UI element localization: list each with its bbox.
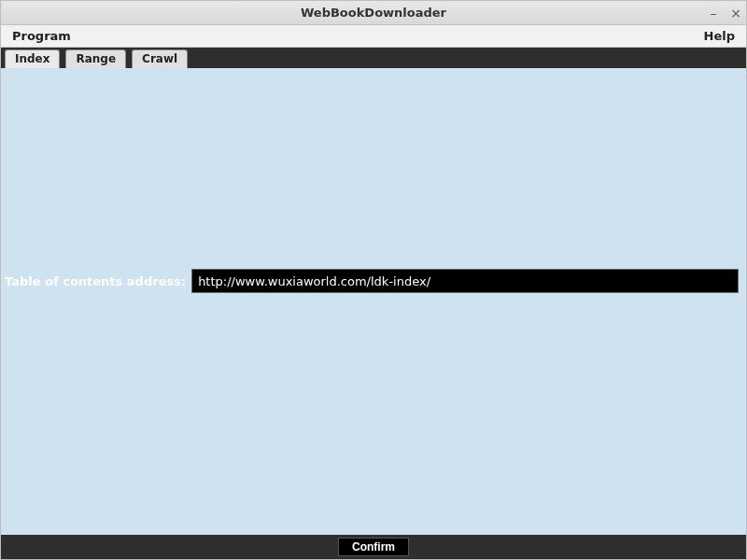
address-label: Table of contents address:	[5, 274, 186, 288]
window-title: WebBookDownloader	[1, 6, 746, 20]
minimize-icon[interactable]: –	[707, 7, 720, 20]
bottom-bar: Confirm	[1, 535, 746, 559]
tab-row: Index Range Crawl	[1, 48, 746, 68]
address-input[interactable]	[191, 269, 739, 293]
tab-index[interactable]: Index	[5, 49, 60, 68]
content-panel: Table of contents address:	[1, 68, 746, 535]
titlebar: WebBookDownloader – ×	[1, 1, 746, 25]
close-icon[interactable]: ×	[729, 7, 742, 20]
address-row: Table of contents address:	[5, 269, 739, 293]
menu-help[interactable]: Help	[700, 27, 739, 45]
tab-crawl[interactable]: Crawl	[132, 49, 188, 68]
confirm-button[interactable]: Confirm	[338, 538, 409, 556]
app-window: WebBookDownloader – × Program Help Index…	[0, 0, 747, 560]
menubar: Program Help	[1, 25, 746, 48]
tab-range[interactable]: Range	[65, 49, 126, 68]
window-controls: – ×	[707, 1, 742, 25]
menu-program[interactable]: Program	[8, 27, 75, 45]
